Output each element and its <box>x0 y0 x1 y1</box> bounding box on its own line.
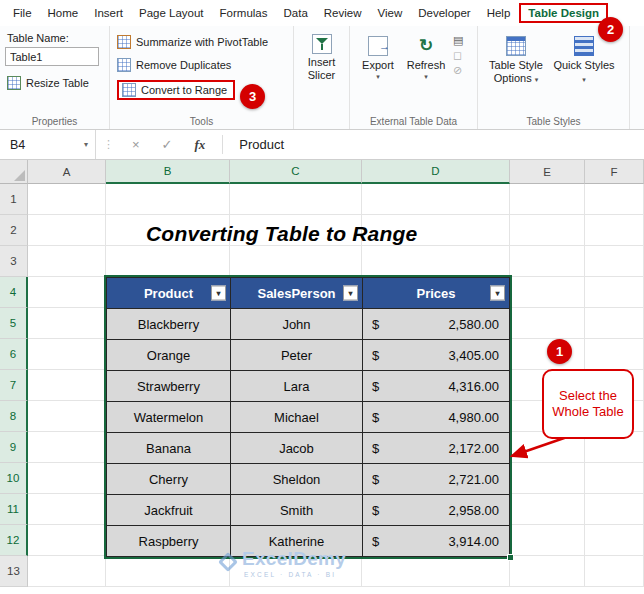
row-header-13[interactable]: 13 <box>0 556 28 587</box>
name-box-dropdown-icon[interactable]: ▾ <box>84 140 88 149</box>
table-cell-product[interactable]: Banana <box>107 433 231 464</box>
insert-function-icon[interactable]: fx <box>195 137 206 153</box>
column-header-b[interactable]: B <box>106 160 230 184</box>
resize-table-button[interactable]: Resize Table <box>5 72 104 94</box>
convert-to-range-button[interactable]: Convert to Range <box>117 80 235 100</box>
column-header-f[interactable]: F <box>585 160 644 184</box>
table-cell-salesperson[interactable]: Lara <box>231 371 363 402</box>
ribbon-tab-file[interactable]: File <box>5 2 40 24</box>
table-cell-price[interactable]: $2,172.00 <box>363 433 510 464</box>
cell-a7[interactable] <box>28 370 106 401</box>
cell-d1[interactable] <box>362 184 510 215</box>
column-header-d[interactable]: D <box>362 160 510 184</box>
table-cell-salesperson[interactable]: Jacob <box>231 433 363 464</box>
table-cell-product[interactable]: Watermelon <box>107 402 231 433</box>
row-header-7[interactable]: 7 <box>0 370 28 401</box>
column-header-c[interactable]: C <box>230 160 362 184</box>
formula-bar-content[interactable]: Product <box>229 137 284 152</box>
cell-f6[interactable] <box>585 339 644 370</box>
cell-a10[interactable] <box>28 463 106 494</box>
ribbon-tab-developer[interactable]: Developer <box>410 2 478 24</box>
cell-a8[interactable] <box>28 401 106 432</box>
row-header-11[interactable]: 11 <box>0 494 28 525</box>
cell-e4[interactable] <box>510 277 585 308</box>
cell-e13[interactable] <box>510 556 585 587</box>
row-header-10[interactable]: 10 <box>0 463 28 494</box>
cell-a12[interactable] <box>28 525 106 556</box>
table-name-input[interactable] <box>5 47 99 66</box>
cell-f5[interactable] <box>585 308 644 339</box>
cell-f13[interactable] <box>585 556 644 587</box>
table-cell-product[interactable]: Cherry <box>107 464 231 495</box>
cell-e2[interactable] <box>510 215 585 246</box>
cell-f1[interactable] <box>585 184 644 215</box>
row-header-4[interactable]: 4 <box>0 277 28 308</box>
table-cell-price[interactable]: $3,405.00 <box>363 340 510 371</box>
filter-dropdown-icon[interactable]: ▾ <box>343 286 358 301</box>
name-box[interactable]: B4 ▾ <box>0 130 96 159</box>
table-style-options-button[interactable]: Table Style Options ▾ <box>483 29 549 103</box>
open-in-browser-icon[interactable]: ◻ <box>453 49 463 61</box>
cancel-icon[interactable]: × <box>132 137 140 152</box>
table-cell-product[interactable]: Orange <box>107 340 231 371</box>
filter-dropdown-icon[interactable]: ▾ <box>211 286 226 301</box>
table-cell-salesperson[interactable]: John <box>231 309 363 340</box>
table-cell-price[interactable]: $2,721.00 <box>363 464 510 495</box>
summarize-with-pivottable-button[interactable]: Summarize with PivotTable <box>115 31 288 53</box>
column-header-e[interactable]: E <box>510 160 585 184</box>
cell-a1[interactable] <box>28 184 106 215</box>
unlink-icon[interactable]: ⊘ <box>453 64 463 76</box>
export-button[interactable]: Export ▾ <box>355 29 401 103</box>
cell-a5[interactable] <box>28 308 106 339</box>
table-header-product[interactable]: Product▾ <box>107 278 231 309</box>
row-header-6[interactable]: 6 <box>0 339 28 370</box>
table-header-salesperson[interactable]: SalesPerson▾ <box>231 278 363 309</box>
cell-f11[interactable] <box>585 494 644 525</box>
ribbon-tab-data[interactable]: Data <box>276 2 316 24</box>
cell-a6[interactable] <box>28 339 106 370</box>
row-header-1[interactable]: 1 <box>0 184 28 215</box>
table-cell-price[interactable]: $4,980.00 <box>363 402 510 433</box>
cell-a9[interactable] <box>28 432 106 463</box>
cell-a4[interactable] <box>28 277 106 308</box>
table-cell-price[interactable]: $3,914.00 <box>363 526 510 557</box>
refresh-button[interactable]: ↻ Refresh ▾ <box>403 29 449 103</box>
cell-c1[interactable] <box>230 184 362 215</box>
cell-a13[interactable] <box>28 556 106 587</box>
table-cell-product[interactable]: Jackfruit <box>107 495 231 526</box>
ribbon-tab-formulas[interactable]: Formulas <box>212 2 276 24</box>
table-cell-salesperson[interactable]: Peter <box>231 340 363 371</box>
cell-a11[interactable] <box>28 494 106 525</box>
cell-e1[interactable] <box>510 184 585 215</box>
table-cell-product[interactable]: Blackberry <box>107 309 231 340</box>
table-cell-product[interactable]: Raspberry <box>107 526 231 557</box>
cell-b13[interactable] <box>106 556 230 587</box>
row-header-9[interactable]: 9 <box>0 432 28 463</box>
table-cell-salesperson[interactable]: Sheldon <box>231 464 363 495</box>
ribbon-tab-table-design[interactable]: Table Design <box>519 3 608 23</box>
row-header-12[interactable]: 12 <box>0 525 28 556</box>
ribbon-tab-view[interactable]: View <box>370 2 411 24</box>
cell-e5[interactable] <box>510 308 585 339</box>
cell-b3[interactable] <box>106 246 230 277</box>
table-cell-price[interactable]: $4,316.00 <box>363 371 510 402</box>
cell-f2[interactable] <box>585 215 644 246</box>
remove-duplicates-button[interactable]: Remove Duplicates <box>115 54 288 76</box>
table-header-prices[interactable]: Prices▾ <box>363 278 510 309</box>
enter-icon[interactable]: ✓ <box>162 137 173 152</box>
table-cell-price[interactable]: $2,580.00 <box>363 309 510 340</box>
table-properties-icon[interactable]: ▤ <box>453 34 463 46</box>
select-all-corner[interactable] <box>0 160 28 184</box>
cell-e10[interactable] <box>510 463 585 494</box>
row-header-8[interactable]: 8 <box>0 401 28 432</box>
cell-d3[interactable] <box>362 246 510 277</box>
cell-a3[interactable] <box>28 246 106 277</box>
table-cell-salesperson[interactable]: Michael <box>231 402 363 433</box>
cell-b1[interactable] <box>106 184 230 215</box>
ribbon-tab-insert[interactable]: Insert <box>86 2 131 24</box>
cell-f10[interactable] <box>585 463 644 494</box>
insert-slicer-button[interactable]: Insert Slicer <box>294 26 350 129</box>
ribbon-tab-review[interactable]: Review <box>316 2 370 24</box>
filter-dropdown-icon[interactable]: ▾ <box>490 286 505 301</box>
table-cell-product[interactable]: Strawberry <box>107 371 231 402</box>
